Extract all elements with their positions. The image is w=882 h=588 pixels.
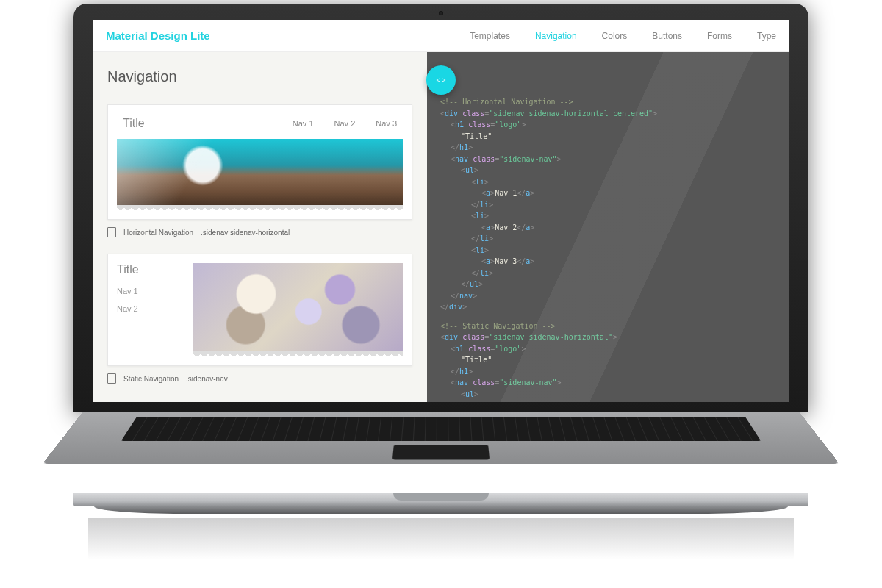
nav-navigation[interactable]: Navigation [535,31,577,41]
nav-colors[interactable]: Colors [602,31,628,41]
pebbles-hero-image [193,263,403,351]
code-nav-class: sidenav-nav [503,155,552,163]
code-li-2: Nav 2 [495,223,517,232]
caption-class: .sidenav sidenav-horizontal [201,229,290,237]
code2-nav-class: sidenav-nav [503,379,552,387]
main-content: < > Navigation Title Nav 1 Nav 2 Nav 3 [93,52,789,402]
example-horizontal-nav: Title Nav 1 Nav 2 Nav 3 [107,104,412,220]
code-h1-class: logo [499,121,517,129]
laptop-foot [94,506,788,514]
caption-label: Horizontal Navigation [123,229,193,237]
app-screen: Material Design Lite Templates Navigatio… [93,20,789,402]
demo-nav-3[interactable]: Nav 3 [376,119,397,128]
ocean-hero-image [117,139,403,205]
brand-title[interactable]: Material Design Lite [106,29,210,42]
code-li-3: Nav 3 [495,257,517,265]
code2-h1-text: "Title" [461,356,492,364]
laptop-hinge-bar [74,493,808,506]
demo2-title: Title [117,263,183,276]
demo2-nav-1[interactable]: Nav 1 [117,287,183,295]
section-heading: Navigation [107,68,412,85]
preview-pane: Navigation Title Nav 1 Nav 2 Nav 3 [93,52,427,402]
code2-div-class: sidenav sidenav-horizontal [493,333,609,341]
zigzag-divider-2 [193,351,403,356]
demo-nav-1[interactable]: Nav 1 [293,119,314,128]
code2-comment: <!-- Static Navigation --> [440,322,556,330]
vertical-nav-demo: Title Nav 1 Nav 2 [117,263,183,356]
top-bar: Material Design Lite Templates Navigatio… [93,20,789,52]
clipboard-icon[interactable] [107,373,116,384]
camera-dot [439,11,443,15]
nav-type[interactable]: Type [757,31,776,41]
trackpad [392,445,490,459]
nav-buttons[interactable]: Buttons [652,31,682,41]
code-li-1: Nav 1 [495,189,517,197]
example2-caption: Static Navigation .sidenav-nav [107,373,412,384]
laptop-keyboard-deck [43,412,840,464]
example1-caption: Horizontal Navigation .sidenav sidenav-h… [107,227,412,237]
caption2-label: Static Navigation [123,375,179,383]
demo-nav-links: Nav 1 Nav 2 Nav 3 [293,119,397,128]
keyboard-keys [121,417,761,441]
clipboard-icon[interactable] [107,227,116,237]
nav-forms[interactable]: Forms [707,31,732,41]
horizontal-nav-demo: Title Nav 1 Nav 2 Nav 3 [117,114,403,139]
code-h1-text: "Title" [461,132,492,140]
example-static-nav: Title Nav 1 Nav 2 [107,254,412,366]
demo2-nav-2[interactable]: Nav 2 [117,304,183,313]
laptop-mockup: Material Design Lite Templates Navigatio… [74,4,808,584]
code-div-class: sidenav sidenav-horizontal centered [493,110,648,118]
code-block-1: <!-- Horizontal Navigation --> <div clas… [440,96,776,313]
caption2-class: .sidenav-nav [186,375,228,383]
laptop-bezel: Material Design Lite Templates Navigatio… [74,4,808,412]
zigzag-divider [117,204,403,210]
code-comment: <!-- Horizontal Navigation --> [440,98,573,106]
demo-nav-2[interactable]: Nav 2 [334,119,356,128]
nav-templates[interactable]: Templates [470,31,510,41]
code2-h1-class: logo [499,345,517,353]
laptop-reflection [88,518,794,564]
code-toggle-fab[interactable]: < > [426,65,456,95]
top-nav: Templates Navigation Colors Buttons Form… [470,31,776,41]
demo-title: Title [123,117,145,130]
code-pane: <!-- Horizontal Navigation --> <div clas… [427,52,789,402]
code-block-2: <!-- Static Navigation --> <div class="s… [440,320,776,403]
